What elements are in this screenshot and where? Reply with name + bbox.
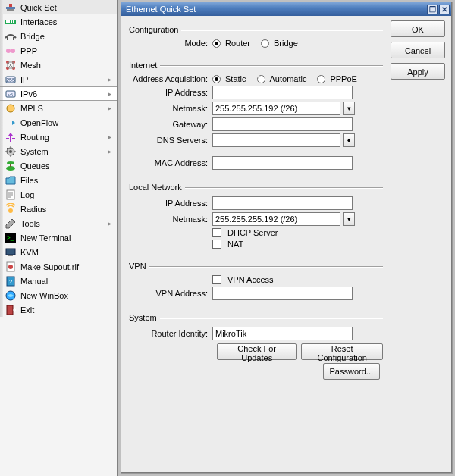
dhcp-label[interactable]: DHCP Server — [228, 228, 278, 237]
log-icon — [5, 189, 17, 201]
identity-label: Router Identity: — [129, 329, 212, 338]
sidebar-item-system[interactable]: System▸ — [0, 144, 117, 158]
sidebar-item-interfaces[interactable]: Interfaces — [0, 14, 117, 29]
restore-button[interactable]: ❐ — [427, 5, 438, 14]
inet-gw-input[interactable] — [212, 117, 353, 131]
inet-dns-spin[interactable]: ♦ — [343, 133, 355, 147]
mode-bridge-radio[interactable] — [261, 39, 269, 48]
inet-ip-input[interactable] — [212, 86, 353, 99]
sidebar-item-ip[interactable]: 255IP▸ — [0, 72, 117, 86]
mode-router-radio[interactable] — [212, 39, 221, 48]
inet-netmask-input[interactable]: 255.255.255.192 (/26) — [212, 102, 340, 115]
sidebar-item-new-winbox[interactable]: New WinBox — [0, 288, 117, 302]
sidebar-item-label: New Terminal — [20, 233, 114, 243]
group-title: Configuration — [129, 25, 181, 34]
sidebar-item-label: PPP — [20, 46, 114, 55]
divider — [181, 30, 383, 30]
mpls-icon — [5, 102, 17, 114]
password-button[interactable]: Password... — [323, 363, 380, 380]
routing-icon — [5, 131, 17, 143]
group-local: Local Network IP Address: Netmask: 255.2… — [129, 178, 383, 251]
sidebar-item-radius[interactable]: Radius — [0, 202, 117, 216]
sidebar-item-files[interactable]: Files — [0, 173, 117, 187]
svg-rect-30 — [6, 249, 15, 255]
winbox-icon — [5, 290, 17, 302]
dhcp-checkbox[interactable] — [212, 228, 221, 237]
sidebar-item-ppp[interactable]: PPP — [0, 43, 117, 58]
acq-auto-radio[interactable] — [257, 75, 265, 83]
sidebar-item-mesh[interactable]: Mesh — [0, 58, 117, 72]
apply-button[interactable]: Apply — [391, 63, 445, 80]
mesh-icon — [5, 59, 17, 71]
local-netmask-input[interactable]: 255.255.255.192 (/26) — [212, 212, 340, 226]
sidebar-item-label: Exit — [20, 305, 114, 315]
titlebar[interactable]: Ethernet Quick Set ❐ ✕ — [121, 2, 451, 16]
manual-icon: ? — [5, 275, 17, 287]
close-button[interactable]: ✕ — [439, 5, 450, 14]
sidebar-item-routing[interactable]: Routing▸ — [0, 130, 117, 144]
local-netmask-label: Netmask: — [129, 215, 212, 224]
sidebar-item-queues[interactable]: Queues — [0, 158, 117, 173]
inet-netmask-dropdown[interactable]: ▾ — [343, 102, 355, 115]
nat-label[interactable]: NAT — [228, 240, 243, 249]
content-area: Ethernet Quick Set ❐ ✕ Configuration Mod… — [118, 0, 455, 476]
check-updates-button[interactable]: Check For Updates — [217, 343, 297, 360]
radius-icon — [5, 203, 17, 215]
mode-bridge-label[interactable]: Bridge — [274, 39, 298, 48]
vpn-access-checkbox[interactable] — [212, 275, 221, 284]
acq-pppoe-radio[interactable] — [317, 75, 325, 83]
acq-auto-label[interactable]: Automatic — [270, 74, 307, 83]
svg-rect-6 — [11, 20, 12, 23]
acq-static-radio[interactable] — [212, 75, 221, 83]
openflow-icon — [5, 117, 17, 129]
sidebar-item-label: Bridge — [20, 32, 114, 41]
svg-point-20 — [7, 105, 14, 112]
inet-mac-input[interactable] — [212, 156, 353, 170]
ok-button[interactable]: OK — [391, 20, 445, 37]
sidebar-item-log[interactable]: Log — [0, 187, 117, 202]
sidebar-item-kvm[interactable]: KVM — [0, 245, 117, 259]
cancel-button[interactable]: Cancel — [391, 42, 445, 58]
sidebar: Quick SetInterfacesBridgePPPMesh255IP▸v6… — [0, 0, 118, 476]
svg-point-27 — [8, 208, 13, 213]
sidebar-item-new-terminal[interactable]: >_New Terminal — [0, 230, 117, 245]
sidebar-item-quick-set[interactable]: Quick Set — [0, 0, 117, 14]
vpn-addr-input[interactable] — [212, 287, 353, 300]
sidebar-item-label: Routing — [20, 133, 108, 142]
sidebar-item-openflow[interactable]: OpenFlow — [0, 115, 117, 130]
svg-rect-31 — [8, 255, 13, 256]
tools-icon — [5, 218, 17, 230]
local-netmask-dropdown[interactable]: ▾ — [343, 212, 355, 226]
local-ip-input[interactable] — [212, 196, 353, 210]
sidebar-item-label: Make Supout.rif — [20, 262, 114, 271]
svg-point-33 — [8, 265, 13, 269]
chevron-right-icon: ▸ — [108, 75, 114, 83]
reset-config-button[interactable]: Reset Configuration — [301, 343, 383, 360]
sidebar-item-make-supout-rif[interactable]: Make Supout.rif — [0, 259, 117, 274]
svg-rect-37 — [7, 305, 13, 315]
sidebar-item-label: Files — [20, 176, 114, 185]
svg-text:255: 255 — [6, 77, 15, 83]
window-title: Ethernet Quick Set — [126, 5, 425, 14]
kvm-icon — [5, 246, 17, 258]
acq-pppoe-label[interactable]: PPPoE — [330, 74, 356, 83]
sidebar-item-ipv6[interactable]: v6IPv6▸ — [0, 86, 117, 101]
svg-rect-0 — [6, 7, 15, 9]
interfaces-icon — [5, 16, 17, 28]
mode-router-label[interactable]: Router — [225, 39, 250, 48]
identity-input[interactable] — [212, 327, 353, 340]
sidebar-item-label: Radius — [20, 205, 114, 214]
inet-dns-input[interactable] — [212, 133, 340, 147]
acq-static-label[interactable]: Static — [225, 74, 246, 83]
sidebar-item-label: Quick Set — [20, 3, 114, 12]
sidebar-item-tools[interactable]: Tools▸ — [0, 216, 117, 230]
sidebar-item-mpls[interactable]: MPLS▸ — [0, 101, 117, 115]
nat-checkbox[interactable] — [212, 240, 221, 249]
sidebar-item-bridge[interactable]: Bridge — [0, 29, 117, 43]
terminal-icon: >_ — [5, 232, 17, 244]
svg-rect-7 — [13, 20, 14, 23]
sidebar-item-exit[interactable]: Exit — [0, 302, 117, 317]
sidebar-item-manual[interactable]: ?Manual — [0, 274, 117, 288]
sidebar-item-label: Tools — [20, 219, 108, 228]
vpn-access-label[interactable]: VPN Access — [228, 275, 274, 284]
